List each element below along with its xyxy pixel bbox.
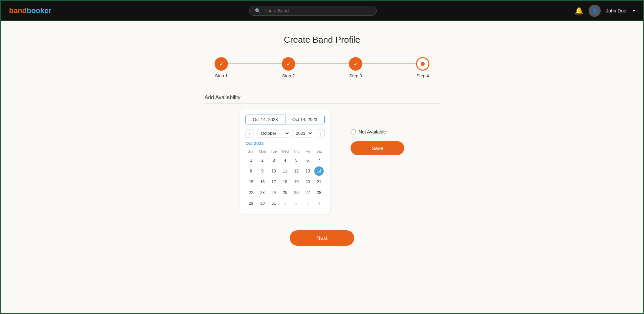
calendar-day[interactable]: 8 <box>246 166 256 176</box>
calendar-day[interactable]: 17 <box>269 177 278 187</box>
user-name[interactable]: John Doe <box>606 8 626 13</box>
calendar-day[interactable]: 1 <box>246 156 256 165</box>
step-2-circle: ✓ <box>282 57 295 71</box>
stepper: ✓ Step 1 ✓ Step 2 ✓ Step 3 Step 4 <box>127 57 517 78</box>
calendar-day[interactable]: 23 <box>258 188 267 197</box>
day-tue: Tue <box>268 149 279 154</box>
calendar-day[interactable]: 27 <box>303 188 312 197</box>
calendar-day[interactable]: 1 <box>280 199 290 208</box>
calendar-day[interactable]: 11 <box>280 166 290 176</box>
calendar-day[interactable]: 15 <box>246 177 256 187</box>
logo-booker: booker <box>27 6 51 15</box>
step-3: ✓ Step 3 <box>349 57 362 78</box>
calendar-day[interactable]: 6 <box>303 156 312 165</box>
end-date-input[interactable]: Oct 14, 2023 <box>285 115 325 124</box>
check-icon: ✓ <box>219 61 224 67</box>
calendar-day[interactable]: 31 <box>269 199 278 208</box>
cal-header-label: Oct 2023 <box>245 141 325 146</box>
calendar-day[interactable]: 13 <box>303 166 312 176</box>
calendar-day[interactable]: 3 <box>269 156 278 165</box>
calendar-day[interactable]: 25 <box>280 188 290 197</box>
logo: bandbooker <box>9 6 51 15</box>
availability-right: Not Available Save <box>351 109 404 155</box>
header-right: 🔔 👤 John Doe ▾ <box>575 5 635 17</box>
next-container: Next <box>127 230 517 246</box>
calendar-day[interactable]: 3 <box>303 199 312 208</box>
calendar-day[interactable]: 10 <box>269 166 278 176</box>
day-wed: Wed <box>279 149 291 154</box>
not-available-radio[interactable] <box>351 129 356 134</box>
day-sun: Sun <box>245 149 257 154</box>
calendar-day[interactable]: 14 <box>314 166 324 176</box>
chevron-down-icon[interactable]: ▾ <box>633 8 635 13</box>
calendar-day[interactable]: 2 <box>292 199 301 208</box>
day-mon: Mon <box>257 149 268 154</box>
calendar-day[interactable]: 22 <box>246 188 256 197</box>
page-title: Create Band Profile <box>127 35 517 45</box>
calendar-day[interactable]: 24 <box>269 188 278 197</box>
check-icon: ✓ <box>354 61 358 67</box>
calendar-nav: ‹ October JanuaryFebruaryMarch AprilMayJ… <box>245 129 325 138</box>
start-date-input[interactable]: Oct 14, 2023 <box>245 115 285 124</box>
calendar-day[interactable]: 16 <box>258 177 267 187</box>
step-line-3 <box>362 64 416 64</box>
section-title: Add Availability <box>204 94 440 104</box>
step-line-2 <box>295 64 349 64</box>
step-1-label: Step 1 <box>215 73 228 78</box>
step-1-circle: ✓ <box>215 57 228 71</box>
day-fri: Fri <box>302 149 314 154</box>
calendar-day[interactable]: 20 <box>303 177 312 187</box>
date-inputs: Oct 14, 2023 Oct 14, 2023 <box>245 115 325 124</box>
calendar-day[interactable]: 26 <box>292 188 301 197</box>
save-button[interactable]: Save <box>351 141 404 155</box>
calendar-day[interactable]: 7 <box>314 156 324 165</box>
search-bar[interactable]: 🔍 <box>249 6 377 16</box>
step-1: ✓ Step 1 <box>215 57 228 78</box>
step-4-label: Step 4 <box>416 73 429 78</box>
notification-icon[interactable]: 🔔 <box>575 7 583 15</box>
step-3-circle: ✓ <box>349 57 362 71</box>
step-line-1 <box>228 64 282 64</box>
year-select[interactable]: 20212022 202320242025 <box>292 129 313 138</box>
calendar-day[interactable]: 2 <box>258 156 267 165</box>
check-icon: ✓ <box>286 61 291 67</box>
month-year-selects: October JanuaryFebruaryMarch AprilMayJun… <box>257 129 313 138</box>
calendar-day[interactable]: 12 <box>292 166 301 176</box>
calendar-day[interactable]: 4 <box>280 156 290 165</box>
search-input[interactable] <box>263 8 371 13</box>
main-content: Create Band Profile ✓ Step 1 ✓ Step 2 ✓ … <box>121 21 523 259</box>
day-thu: Thu <box>291 149 302 154</box>
calendar-day[interactable]: 28 <box>314 188 324 197</box>
step-4: Step 4 <box>416 57 429 78</box>
calendar-day[interactable]: 30 <box>258 199 267 208</box>
calendar-day[interactable]: 4 <box>314 199 324 208</box>
day-sat: Sat <box>313 149 325 154</box>
header: bandbooker 🔍 🔔 👤 John Doe ▾ <box>1 1 643 21</box>
calendar-day[interactable]: 18 <box>280 177 290 187</box>
not-available-label: Not Available <box>359 129 386 134</box>
calendar-card: Oct 14, 2023 Oct 14, 2023 ‹ October Janu… <box>240 109 330 214</box>
step-2: ✓ Step 2 <box>282 57 295 78</box>
not-available-group: Not Available <box>351 129 404 134</box>
step-3-label: Step 3 <box>349 73 362 78</box>
avatar: 👤 <box>589 5 601 17</box>
prev-month-button[interactable]: ‹ <box>245 129 254 138</box>
day-headers: Sun Mon Tue Wed Thu Fri Sat <box>245 149 325 154</box>
calendar-days: 1234567891011121314151617181920212223242… <box>245 155 325 208</box>
calendar-day[interactable]: 9 <box>258 166 267 176</box>
search-icon: 🔍 <box>255 8 261 13</box>
next-button[interactable]: Next <box>290 230 355 246</box>
calendar-day[interactable]: 21 <box>314 177 324 187</box>
step-4-circle <box>416 57 429 71</box>
logo-band: band <box>9 6 27 15</box>
month-select[interactable]: October JanuaryFebruaryMarch AprilMayJun… <box>257 129 290 138</box>
step-2-label: Step 2 <box>282 73 295 78</box>
next-month-button[interactable]: › <box>317 129 325 138</box>
calendar-day[interactable]: 19 <box>292 177 301 187</box>
calendar-day[interactable]: 29 <box>246 199 256 208</box>
calendar-day[interactable]: 5 <box>292 156 301 165</box>
availability-container: Oct 14, 2023 Oct 14, 2023 ‹ October Janu… <box>171 109 473 214</box>
